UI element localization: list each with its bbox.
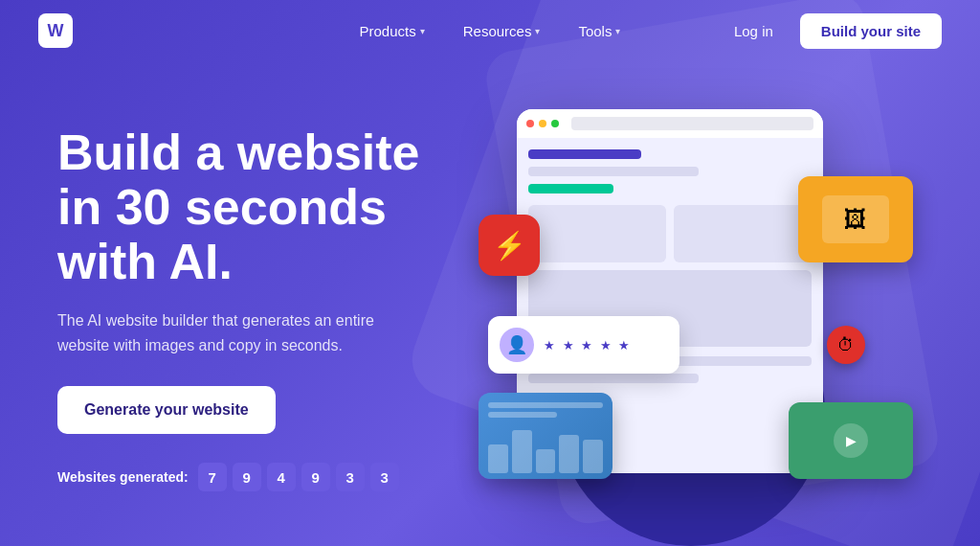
browser-bar [517, 109, 823, 138]
products-arrow-icon: ▾ [420, 26, 425, 36]
counter-section: Websites generated: 7 9 4 9 3 3 [57, 463, 459, 491]
nav-links: Products ▾ Resources ▾ Tools ▾ [345, 15, 636, 47]
play-button[interactable]: ▶ [834, 423, 868, 458]
chart-line-2 [488, 412, 557, 418]
content-block-1 [528, 205, 666, 262]
digit-badges: 7 9 4 9 3 3 [198, 463, 399, 491]
chart-card [479, 393, 612, 479]
resources-arrow-icon: ▾ [535, 26, 540, 36]
dot-green [551, 120, 559, 127]
logo[interactable]: W [38, 13, 73, 48]
review-card: 👤 ★ ★ ★ ★ ★ [488, 316, 679, 374]
build-site-button[interactable]: Build your site [800, 13, 942, 49]
bar-b [528, 374, 699, 383]
chart-line-1 [488, 402, 603, 408]
nav-products[interactable]: Products ▾ [345, 15, 440, 47]
dot-red [526, 120, 534, 127]
image-icon: 🖼 [822, 195, 889, 243]
digit-5: 3 [370, 463, 399, 491]
hero-title: Build a website in 30 seconds with AI. [57, 125, 459, 290]
chart-bars [488, 425, 603, 473]
nav-actions: Log in Build your site [719, 13, 942, 49]
nav-resources[interactable]: Resources ▾ [448, 15, 556, 47]
hero-content: Build a website in 30 seconds with AI. T… [57, 125, 459, 492]
content-bar-accent [528, 149, 641, 159]
bar-2 [512, 430, 532, 473]
lightning-card: ⚡ [479, 215, 540, 276]
bar-5 [583, 440, 603, 473]
hero-subtitle: The AI website builder that generates an… [57, 308, 383, 357]
digit-3: 9 [301, 463, 330, 491]
navbar: W Products ▾ Resources ▾ Tools ▾ Log in … [0, 0, 980, 61]
content-block-2 [674, 205, 812, 262]
tools-arrow-icon: ▾ [615, 26, 620, 36]
avatar: 👤 [500, 328, 534, 362]
bar-3 [536, 449, 556, 473]
browser-url-bar [571, 117, 813, 130]
content-bar-1 [528, 167, 699, 176]
digit-1: 9 [233, 463, 261, 491]
nav-tools[interactable]: Tools ▾ [563, 15, 635, 47]
bar-1 [488, 444, 508, 473]
play-icon: ▶ [846, 433, 857, 448]
login-button[interactable]: Log in [719, 15, 789, 47]
hero-illustration: ⚡ 🖼 👤 ★ ★ ★ ★ ★ ⏱ [459, 90, 923, 527]
timer-badge: ⏱ [827, 326, 865, 364]
bar-4 [559, 435, 579, 473]
timer-icon: ⏱ [837, 335, 855, 355]
generate-button[interactable]: Generate your website [57, 386, 276, 434]
video-card: ▶ [789, 402, 913, 479]
digit-4: 3 [336, 463, 365, 491]
lightning-icon: ⚡ [493, 230, 526, 262]
digit-0: 7 [198, 463, 227, 491]
image-card: 🖼 [798, 176, 913, 262]
counter-label: Websites generated: [57, 469, 189, 485]
digit-2: 4 [267, 463, 296, 491]
star-rating: ★ ★ ★ ★ ★ [544, 338, 632, 353]
dot-yellow [539, 120, 546, 127]
content-bar-green [528, 184, 613, 193]
hero-section: Build a website in 30 seconds with AI. T… [0, 61, 980, 546]
